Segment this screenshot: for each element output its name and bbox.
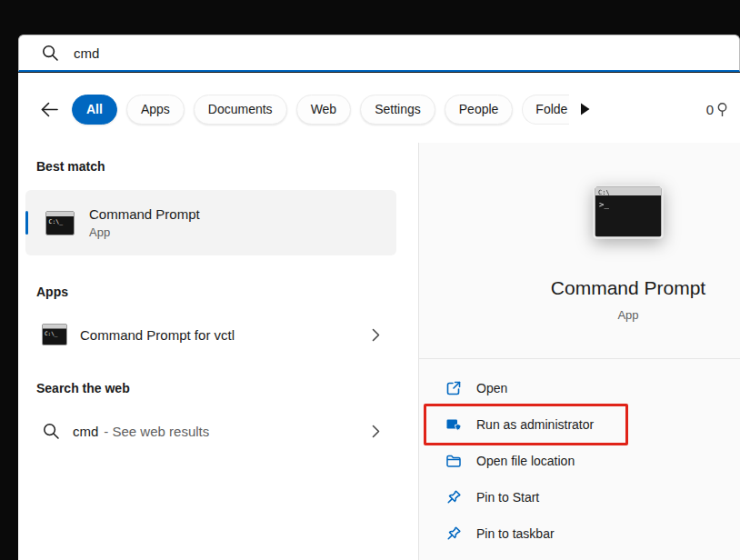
- filter-bar: All Apps Documents Web Settings People F…: [18, 94, 740, 125]
- preview-subtitle: App: [617, 308, 638, 322]
- filter-tab-web[interactable]: Web: [296, 95, 352, 125]
- open-external-icon: [445, 379, 463, 397]
- filter-tab-all[interactable]: All: [72, 95, 117, 125]
- search-results-area: All Apps Documents Web Settings People F…: [18, 73, 740, 560]
- admin-shield-icon: [445, 415, 463, 434]
- preview-panel: C:\ >_ Command Prompt App: [418, 143, 740, 560]
- svg-text:C:\: C:\: [598, 189, 610, 196]
- web-result-query: cmd: [73, 424, 98, 439]
- action-label: Pin to Start: [476, 490, 539, 505]
- results-panel: Best match C:\_ Command Prompt App: [18, 143, 418, 560]
- results-panels: Best match C:\_ Command Prompt App: [18, 143, 740, 560]
- action-label: Run as administrator: [476, 417, 594, 432]
- action-run-as-administrator[interactable]: Run as administrator: [445, 406, 606, 443]
- svg-text:C:\_: C:\_: [49, 218, 64, 225]
- search-input[interactable]: cmd: [18, 35, 740, 72]
- action-open[interactable]: Open: [445, 370, 520, 406]
- action-open-file-location[interactable]: Open file location: [445, 443, 587, 479]
- filter-tab-apps[interactable]: Apps: [126, 95, 185, 125]
- section-heading-apps: Apps: [36, 285, 418, 299]
- back-button[interactable]: [38, 99, 63, 120]
- action-list: Open Run as administrator: [419, 358, 740, 552]
- web-result-detail: - See web results: [104, 424, 209, 439]
- section-heading-best-match: Best match: [36, 159, 418, 174]
- play-triangle-icon: [580, 103, 590, 115]
- pin-icon: [445, 525, 463, 543]
- search-icon: [41, 44, 59, 62]
- command-prompt-icon: C:\_: [42, 324, 67, 345]
- action-label: Pin to taskbar: [476, 526, 555, 541]
- counter-value: 0: [706, 102, 714, 117]
- result-title: Command Prompt: [89, 206, 200, 222]
- command-prompt-icon-large: C:\ >_: [593, 185, 664, 243]
- best-match-item[interactable]: C:\_ Command Prompt App: [25, 190, 396, 255]
- search-icon: [42, 422, 60, 440]
- filter-tab-documents[interactable]: Documents: [194, 95, 287, 125]
- filter-tab-folders[interactable]: Folde: [522, 95, 569, 125]
- folder-icon: [445, 452, 463, 470]
- action-pin-to-start[interactable]: Pin to Start: [445, 479, 552, 515]
- filter-tab-people[interactable]: People: [445, 95, 514, 125]
- overlay-counter: 0: [706, 102, 733, 117]
- svg-text:>_: >_: [599, 200, 609, 209]
- section-heading-web: Search the web: [36, 381, 418, 395]
- chevron-right-icon: [372, 328, 380, 342]
- more-filters-button[interactable]: [578, 101, 592, 117]
- action-pin-to-taskbar[interactable]: Pin to taskbar: [445, 515, 567, 552]
- filter-tab-settings[interactable]: Settings: [360, 95, 435, 125]
- chevron-right-icon: [372, 425, 380, 438]
- command-prompt-icon: C:\_: [45, 211, 75, 235]
- back-arrow-icon: [38, 99, 59, 120]
- app-result-item[interactable]: C:\_ Command Prompt for vctl: [25, 314, 391, 355]
- app-result-label: Command Prompt for vctl: [80, 327, 235, 343]
- selection-accent-bar: [25, 211, 28, 235]
- search-query: cmd: [74, 45, 99, 61]
- best-match-text: Command Prompt App: [89, 206, 200, 239]
- svg-text:C:\_: C:\_: [45, 330, 58, 337]
- action-label: Open file location: [476, 454, 575, 468]
- preview-title: Command Prompt: [551, 277, 705, 299]
- indicator-icon: [716, 102, 728, 117]
- result-subtitle: App: [89, 225, 200, 239]
- web-result-item[interactable]: cmd - See web results: [25, 410, 391, 452]
- action-label: Open: [476, 381, 507, 395]
- highlight-box: Run as administrator: [424, 404, 628, 445]
- pin-icon: [445, 488, 463, 506]
